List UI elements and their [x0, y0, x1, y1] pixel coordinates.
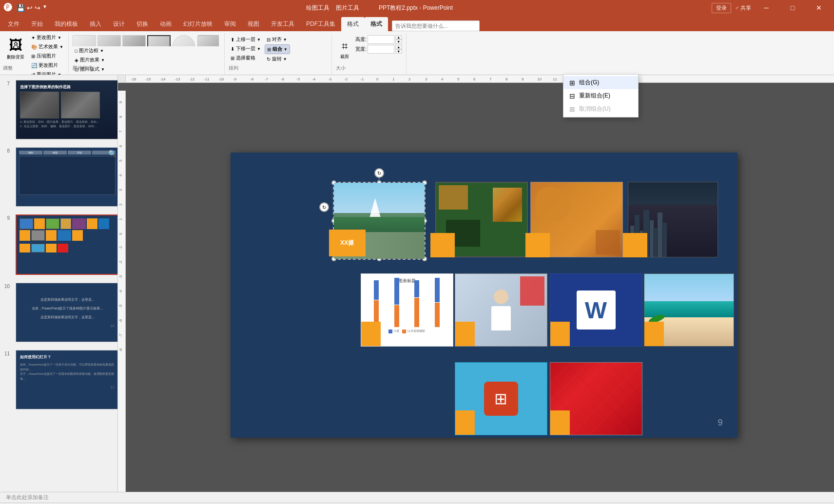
tab-home[interactable]: 开始 [25, 17, 49, 31]
window-title: 绘图工具 图片工具 PPT教程2.pptx - PowerPoint [306, 4, 453, 12]
slide-item-8[interactable] [644, 273, 734, 347]
pic-style-2[interactable] [97, 35, 121, 46]
slide-item-3[interactable] [530, 182, 623, 257]
svg-text:-6: -6 [281, 77, 285, 81]
selection-pane-btn[interactable]: ⊞ 选择窗格 [229, 54, 263, 62]
tab-format-drawing[interactable]: 格式 [341, 17, 365, 31]
group-btn[interactable]: ⊞ 组合▼ [265, 44, 290, 54]
svg-text:8: 8 [118, 116, 123, 118]
pic-style-3[interactable] [122, 35, 146, 46]
width-input[interactable] [368, 45, 394, 54]
compress-icon: ⊞ [31, 54, 35, 59]
search-input[interactable] [392, 20, 480, 31]
slide-item-7[interactable]: W [550, 273, 642, 347]
tab-slideshow[interactable]: 幻灯片放映 [177, 17, 218, 31]
undo-qat[interactable]: ↩ [27, 4, 33, 12]
menu-group[interactable]: ⊞ 组合(G) [563, 76, 638, 89]
tab-view[interactable]: 视图 [242, 17, 265, 31]
slide-item-1-group[interactable]: ↻ ↻ [333, 182, 426, 260]
menu-ungroup: ⊠ 取消组合(U) [563, 102, 638, 116]
pic-style-4[interactable] [147, 35, 171, 46]
slide-item-5[interactable]: 图表标题 [361, 273, 453, 347]
more-corrections-btn[interactable]: ✦ 更改图片▼ [29, 33, 65, 42]
arrange-label: 排列 [229, 65, 238, 73]
reset-picture-btn[interactable]: ↺ 重设图片▼ [29, 70, 65, 75]
slide-item-4[interactable] [628, 182, 718, 257]
close-button[interactable]: ✕ [808, 0, 830, 16]
maximize-button[interactable]: □ [781, 0, 804, 16]
pic-style-1[interactable] [73, 35, 96, 46]
pic-style-5[interactable] [172, 35, 195, 46]
slide-item-10[interactable] [550, 362, 642, 435]
slide-panel[interactable]: 7 选择下图所例效果的制作思路 A. 更改形状，弥补，图片效果，更改图片，更改形… [0, 75, 118, 492]
ribbon-tabs: 文件 开始 我的模板 插入 设计 切换 动画 幻灯片放映 审阅 视图 开发工具 … [0, 16, 834, 31]
svg-text:0: 0 [376, 77, 379, 81]
tab-design[interactable]: 设计 [107, 17, 131, 31]
align-btn[interactable]: ⊟ 对齐▼ [265, 35, 290, 44]
svg-text:9: 9 [522, 77, 524, 81]
pic-border-icon: □ [75, 48, 78, 54]
svg-text:3: 3 [118, 189, 123, 191]
slide-thumb-11[interactable]: 如何使用幻灯片？ 如何，PowerPoint提示了一些单片演示功能，可以帮助您更… [16, 350, 118, 409]
dropdown-arrow: ▼ [58, 36, 61, 40]
svg-text:-1: -1 [360, 77, 364, 81]
svg-text:5: 5 [457, 77, 460, 81]
pic-effect-btn[interactable]: ◈ 图片效果▼ [73, 56, 107, 64]
save-qat[interactable]: 💾 [17, 4, 25, 12]
svg-text:4: 4 [118, 174, 123, 176]
ruler-horizontal: -16-15-14 -13-12-11 -10-9-8 -7-6-5 -4-3-… [118, 75, 834, 83]
pic-style-6[interactable] [197, 35, 219, 46]
tab-transition[interactable]: 切换 [131, 17, 154, 31]
width-down[interactable]: ▼ [395, 49, 402, 54]
pic-border-btn[interactable]: □ 图片边框▼ [73, 46, 107, 55]
height-input-group: 高度: ▲ ▼ [355, 35, 402, 44]
styles-label: 图片样式 [73, 65, 92, 73]
slide-item-6[interactable] [455, 273, 547, 347]
slide-item-2[interactable] [435, 182, 528, 257]
color-btn[interactable]: 🎨 艺术效果▼ [29, 42, 65, 51]
height-input[interactable] [368, 35, 394, 44]
remove-background-btn[interactable]: 🖼 删除背景 [3, 33, 28, 64]
width-up[interactable]: ▲ [395, 45, 402, 49]
tab-developer[interactable]: 开发工具 [265, 17, 300, 31]
change-pic-icon: 🔄 [31, 63, 37, 68]
tab-pdf[interactable]: PDF工具集 [300, 17, 341, 31]
rotate-btn[interactable]: ↻ 旋转▼ [265, 55, 290, 63]
svg-text:-14: -14 [160, 77, 166, 81]
crop-btn[interactable]: ⌗ 裁剪 [336, 35, 353, 64]
send-backward-btn[interactable]: ⬇ 下移一层▼ [229, 44, 263, 53]
minimize-button[interactable]: ─ [755, 0, 777, 16]
height-up[interactable]: ▲ [395, 35, 402, 39]
slide-num-7: 7 [2, 77, 10, 86]
slide-thumb-10[interactable]: 这是第四项效果说明文字，这里是... 当前，PowerPoint提示了很多种图片… [16, 283, 118, 342]
slide-thumb-9[interactable] [16, 214, 118, 275]
tab-insert[interactable]: 插入 [84, 17, 107, 31]
login-button[interactable]: 登录 [712, 3, 731, 13]
title-bar: 🅟 💾 ↩ ↪ ▼ 绘图工具 图片工具 PPT教程2.pptx - PowerP… [0, 0, 834, 16]
rotate-icon: ↻ [267, 57, 271, 62]
tab-format-picture[interactable]: 格式 [365, 17, 388, 31]
tab-mytemplate[interactable]: 我的模板 [49, 17, 84, 31]
qat-more[interactable]: ▼ [42, 4, 47, 12]
change-picture-btn[interactable]: 🔄 更改图片 [29, 61, 65, 70]
svg-text:-6: -6 [118, 319, 123, 323]
svg-text:7: 7 [118, 130, 123, 133]
tab-review[interactable]: 审阅 [218, 17, 242, 31]
tab-file[interactable]: 文件 [2, 17, 25, 31]
slide-thumb-7[interactable]: 选择下图所例效果的制作思路 A. 更改形状，弥补，图片效果，更改图片，更改形状，… [16, 80, 118, 139]
slide-thumb-8[interactable]: 辅助 标题 导读 🔍 [16, 147, 118, 207]
redo-qat[interactable]: ↪ [35, 4, 40, 12]
compress-btn[interactable]: ⊞ 压缩图片 [29, 52, 65, 60]
share-button[interactable]: ♂ 共享 [735, 4, 751, 12]
title-bar-left: 🅟 💾 ↩ ↪ ▼ [4, 3, 47, 13]
tab-animation[interactable]: 动画 [154, 17, 177, 31]
slide-item-9[interactable]: ⊞ [455, 362, 547, 435]
notes-area[interactable]: 单击此处添加备注 [0, 492, 834, 503]
slide-canvas[interactable]: ↻ ↻ [126, 91, 834, 492]
svg-text:-10: -10 [218, 77, 224, 81]
bring-forward-btn[interactable]: ⬆ 上移一层▼ [229, 35, 263, 44]
svg-text:10: 10 [537, 77, 542, 81]
svg-text:-2: -2 [118, 260, 123, 264]
menu-regroup[interactable]: ⊟ 重新组合(E) [563, 89, 638, 102]
height-down[interactable]: ▼ [395, 39, 402, 44]
